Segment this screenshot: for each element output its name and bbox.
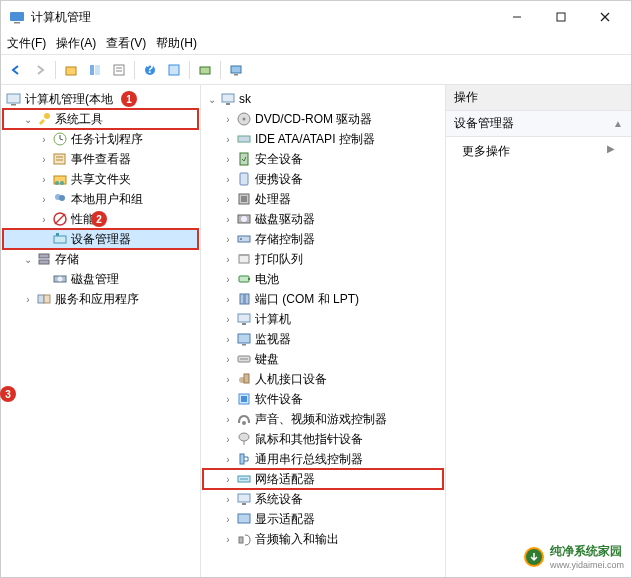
device-category[interactable]: ›键盘 — [203, 349, 443, 369]
device-category[interactable]: ›软件设备 — [203, 389, 443, 409]
expand-icon[interactable]: ⌄ — [21, 114, 35, 125]
device-category[interactable]: ›处理器 — [203, 189, 443, 209]
expand-icon[interactable]: › — [221, 254, 235, 265]
device-category-icon — [236, 471, 252, 487]
close-button[interactable] — [583, 2, 627, 32]
device-category[interactable]: ›显示适配器 — [203, 509, 443, 529]
tree-device-manager[interactable]: 设备管理器 — [3, 229, 198, 249]
back-button[interactable] — [5, 59, 27, 81]
expand-icon[interactable]: › — [37, 174, 51, 185]
expand-icon[interactable]: › — [37, 214, 51, 225]
help-button[interactable]: ? — [139, 59, 161, 81]
device-category[interactable]: ›人机接口设备 — [203, 369, 443, 389]
expand-icon[interactable]: › — [37, 194, 51, 205]
expand-icon[interactable]: › — [221, 294, 235, 305]
expand-icon[interactable]: › — [37, 134, 51, 145]
device-category[interactable]: ›磁盘驱动器 — [203, 209, 443, 229]
expand-icon[interactable]: › — [221, 174, 235, 185]
expand-icon[interactable]: › — [221, 414, 235, 425]
expand-icon[interactable]: ⌄ — [205, 94, 219, 105]
maximize-button[interactable] — [539, 2, 583, 32]
separator — [220, 61, 221, 79]
device-category[interactable]: ›音频输入和输出 — [203, 529, 443, 549]
expand-icon[interactable]: › — [221, 314, 235, 325]
device-category-label: 电池 — [255, 271, 279, 288]
expand-icon[interactable]: › — [221, 194, 235, 205]
scan-hardware-button[interactable] — [194, 59, 216, 81]
device-category-label: 键盘 — [255, 351, 279, 368]
minimize-button[interactable] — [495, 2, 539, 32]
tree-services-apps[interactable]: › 服务和应用程序 — [3, 289, 198, 309]
device-category[interactable]: ›存储控制器 — [203, 229, 443, 249]
device-category-label: 鼠标和其他指针设备 — [255, 431, 363, 448]
expand-icon[interactable]: › — [221, 134, 235, 145]
expand-icon[interactable]: › — [221, 494, 235, 505]
tree-local-users[interactable]: › 本地用户和组 — [3, 189, 198, 209]
device-category[interactable]: ›计算机 — [203, 309, 443, 329]
expand-icon[interactable]: › — [221, 474, 235, 485]
device-category[interactable]: ›鼠标和其他指针设备 — [203, 429, 443, 449]
tree-shared-folders[interactable]: › 共享文件夹 — [3, 169, 198, 189]
device-category[interactable]: ›监视器 — [203, 329, 443, 349]
expand-icon[interactable]: › — [37, 154, 51, 165]
expand-icon[interactable]: › — [221, 454, 235, 465]
device-category-icon — [236, 331, 252, 347]
up-button[interactable] — [60, 59, 82, 81]
device-category[interactable]: ›系统设备 — [203, 489, 443, 509]
expand-icon[interactable]: › — [221, 214, 235, 225]
device-category[interactable]: ›便携设备 — [203, 169, 443, 189]
expand-icon[interactable]: › — [221, 514, 235, 525]
expand-icon[interactable]: › — [21, 294, 35, 305]
device-category[interactable]: ›打印队列 — [203, 249, 443, 269]
tree-root-computer-management[interactable]: 计算机管理(本地 1 — [3, 89, 198, 109]
tree-system-tools[interactable]: ⌄ 系统工具 — [3, 109, 198, 129]
expand-icon[interactable]: › — [221, 234, 235, 245]
menu-help[interactable]: 帮助(H) — [156, 35, 197, 52]
device-category[interactable]: ›通用串行总线控制器 — [203, 449, 443, 469]
tree-performance[interactable]: › 性能 2 — [3, 209, 198, 229]
forward-button[interactable] — [29, 59, 51, 81]
tree-task-scheduler[interactable]: › 任务计划程序 — [3, 129, 198, 149]
device-category[interactable]: ›声音、视频和游戏控制器 — [203, 409, 443, 429]
svg-rect-80 — [239, 537, 243, 543]
expand-icon[interactable]: › — [221, 394, 235, 405]
tree-label: 磁盘管理 — [71, 271, 119, 288]
actions-header: 操作 — [446, 85, 631, 111]
more-actions[interactable]: 更多操作 ▶ — [446, 137, 631, 166]
device-category[interactable]: ›电池 — [203, 269, 443, 289]
tree-event-viewer[interactable]: › 事件查看器 — [3, 149, 198, 169]
tree-label: 存储 — [55, 251, 79, 268]
tree-disk-management[interactable]: 磁盘管理 — [3, 269, 198, 289]
expand-icon[interactable]: › — [221, 274, 235, 285]
device-category[interactable]: ›安全设备 — [203, 149, 443, 169]
expand-icon[interactable]: › — [221, 534, 235, 545]
svg-point-71 — [242, 421, 246, 425]
watermark-text: 纯净系统家园 — [550, 543, 624, 560]
menu-action[interactable]: 操作(A) — [56, 35, 96, 52]
monitor-button[interactable] — [225, 59, 247, 81]
device-category-icon — [236, 351, 252, 367]
console-tree-pane: 计算机管理(本地 1 ⌄ 系统工具 › 任务计划程序 › 事件查看器 — [1, 85, 201, 577]
actions-section[interactable]: 设备管理器 ▲ — [446, 111, 631, 137]
device-root[interactable]: ⌄ sk — [203, 89, 443, 109]
expand-icon[interactable]: › — [221, 334, 235, 345]
expand-icon[interactable]: ⌄ — [21, 254, 35, 265]
device-category[interactable]: ›网络适配器 — [203, 469, 443, 489]
properties-button[interactable] — [108, 59, 130, 81]
svg-rect-46 — [238, 136, 250, 142]
menu-file[interactable]: 文件(F) — [7, 35, 46, 52]
expand-icon[interactable]: › — [221, 114, 235, 125]
tree-storage[interactable]: ⌄ 存储 — [3, 249, 198, 269]
expand-icon[interactable]: › — [221, 374, 235, 385]
device-category[interactable]: ›DVD/CD-ROM 驱动器 — [203, 109, 443, 129]
svg-rect-18 — [7, 94, 20, 103]
expand-icon[interactable]: › — [221, 354, 235, 365]
expand-icon[interactable]: › — [221, 154, 235, 165]
menu-view[interactable]: 查看(V) — [106, 35, 146, 52]
svg-line-33 — [55, 214, 65, 224]
action-button[interactable] — [163, 59, 185, 81]
expand-icon[interactable]: › — [221, 434, 235, 445]
device-category[interactable]: ›IDE ATA/ATAPI 控制器 — [203, 129, 443, 149]
show-hide-tree-button[interactable] — [84, 59, 106, 81]
device-category[interactable]: ›端口 (COM 和 LPT) — [203, 289, 443, 309]
